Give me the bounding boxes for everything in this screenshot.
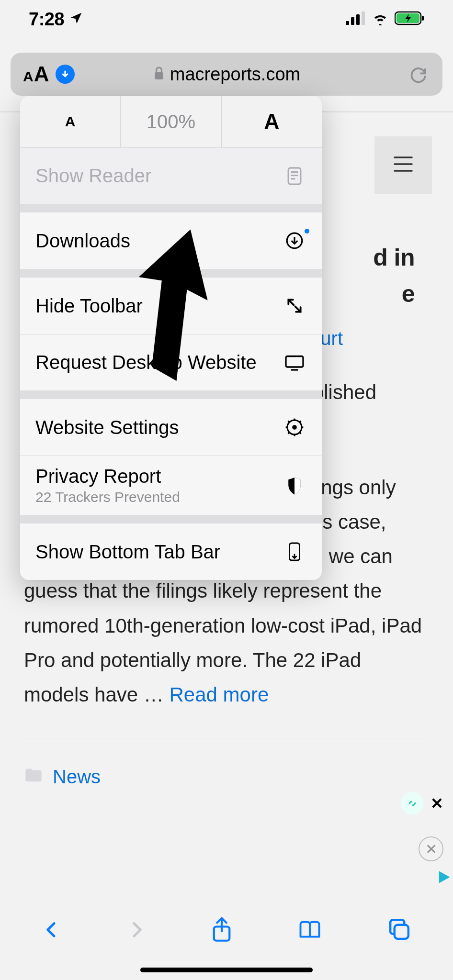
show-bottom-tab-bar-item[interactable]: Show Bottom Tab Bar bbox=[20, 523, 322, 580]
svg-line-26 bbox=[288, 432, 290, 434]
downloads-indicator-icon[interactable] bbox=[56, 65, 75, 84]
home-indicator bbox=[140, 968, 313, 972]
battery-charging-icon bbox=[395, 11, 424, 27]
category-row: News bbox=[24, 738, 429, 794]
downloads-item[interactable]: Downloads bbox=[20, 212, 322, 269]
privacy-report-subtitle: 22 Trackers Prevented bbox=[35, 489, 180, 505]
bookmarks-button[interactable] bbox=[297, 918, 322, 943]
svg-rect-16 bbox=[286, 356, 303, 367]
download-circle-icon bbox=[283, 232, 306, 250]
hamburger-icon bbox=[393, 156, 414, 175]
wifi-icon bbox=[371, 11, 390, 27]
site-menu-button[interactable] bbox=[374, 136, 432, 194]
website-settings-item[interactable]: Website Settings bbox=[20, 399, 322, 456]
text-size-control: A 100% A bbox=[20, 96, 322, 147]
phone-bottom-bar-icon bbox=[283, 542, 306, 562]
svg-rect-6 bbox=[422, 16, 424, 21]
folder-icon bbox=[24, 759, 43, 794]
increase-text-button[interactable]: A bbox=[222, 96, 322, 147]
shield-icon bbox=[283, 476, 306, 495]
text-size-button[interactable]: AA bbox=[23, 62, 49, 86]
cellular-signal-icon bbox=[346, 11, 366, 27]
ad-close-button[interactable]: ✕ bbox=[419, 836, 443, 861]
gear-icon bbox=[283, 418, 306, 437]
hide-toolbar-item[interactable]: Hide Toolbar bbox=[20, 278, 322, 334]
decrease-text-button[interactable]: A bbox=[20, 96, 120, 147]
widget-icon[interactable] bbox=[401, 792, 424, 815]
new-download-dot bbox=[305, 229, 309, 234]
svg-line-25 bbox=[299, 432, 301, 434]
tabs-button[interactable] bbox=[388, 918, 411, 943]
svg-rect-31 bbox=[394, 925, 408, 939]
location-icon bbox=[69, 11, 83, 27]
close-icon: ✕ bbox=[425, 841, 437, 858]
svg-rect-0 bbox=[346, 21, 349, 25]
author-link[interactable]: urt bbox=[320, 328, 343, 349]
desktop-icon bbox=[283, 354, 306, 371]
privacy-report-item[interactable]: Privacy Report 22 Trackers Prevented bbox=[20, 456, 322, 515]
status-bar: 7:28 bbox=[0, 0, 453, 38]
browser-toolbar bbox=[0, 904, 453, 957]
forward-button[interactable] bbox=[127, 918, 146, 943]
reload-button[interactable] bbox=[409, 65, 428, 84]
close-icon[interactable]: ✕ bbox=[430, 794, 443, 813]
expand-icon bbox=[283, 297, 306, 315]
svg-rect-7 bbox=[155, 72, 163, 79]
share-button[interactable] bbox=[211, 917, 232, 944]
back-button[interactable] bbox=[42, 918, 61, 943]
show-reader-item: Show Reader bbox=[20, 147, 322, 204]
request-desktop-item[interactable]: Request Desktop Website bbox=[20, 334, 322, 390]
svg-rect-2 bbox=[356, 14, 360, 25]
svg-point-19 bbox=[293, 426, 296, 429]
svg-line-27 bbox=[299, 421, 301, 423]
zoom-level[interactable]: 100% bbox=[120, 96, 221, 147]
url-text: macreports.com bbox=[170, 64, 300, 85]
lock-icon bbox=[153, 66, 165, 83]
svg-rect-3 bbox=[362, 11, 365, 25]
svg-line-24 bbox=[288, 421, 290, 423]
svg-rect-1 bbox=[351, 17, 354, 25]
reader-icon bbox=[283, 167, 306, 186]
floating-widget: ✕ bbox=[401, 792, 443, 815]
page-settings-menu: A 100% A Show Reader Downloads Hide Tool… bbox=[20, 96, 322, 580]
category-link[interactable]: News bbox=[53, 760, 101, 794]
status-time: 7:28 bbox=[29, 9, 64, 30]
read-more-link[interactable]: Read more bbox=[169, 683, 269, 706]
address-bar[interactable]: AA macreports.com bbox=[11, 53, 442, 96]
adchoices-icon[interactable] bbox=[437, 870, 451, 886]
